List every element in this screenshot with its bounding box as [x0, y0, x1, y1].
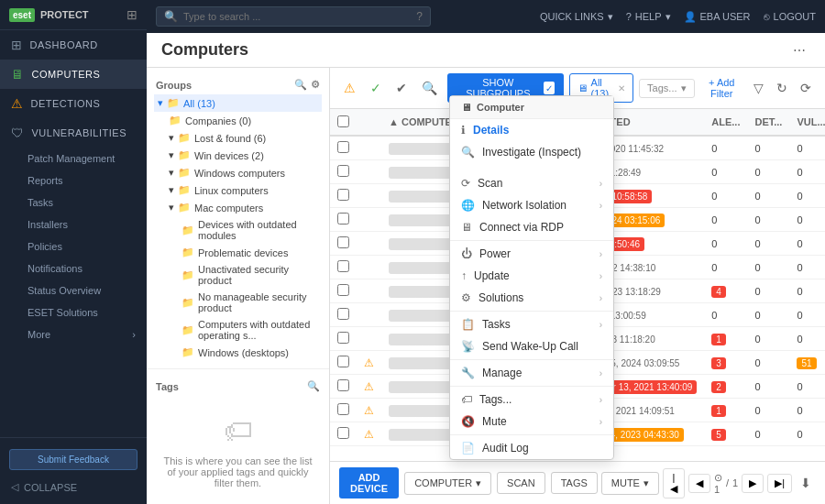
logout-btn[interactable]: ⎋ LOGOUT: [764, 11, 816, 22]
context-menu-item[interactable]: 🏷Tags...›: [450, 389, 613, 411]
check-filter-btn[interactable]: ✓: [366, 79, 386, 97]
groups-label: Groups: [156, 80, 192, 91]
last-page-btn[interactable]: ▶|: [767, 474, 792, 493]
tree-item-windows-computers[interactable]: ▾ 📁 Windows computers: [154, 164, 322, 181]
next-page-btn[interactable]: ▶: [742, 474, 764, 493]
tree-item-windows-desktops[interactable]: 📁 Windows (desktops): [154, 344, 322, 361]
tree-item-companies[interactable]: 📁 Companies (0): [154, 112, 322, 129]
context-menu-item[interactable]: 🔇Mute›: [450, 411, 613, 433]
tags-bottom-btn[interactable]: TAGS: [551, 472, 598, 494]
tags-dropdown[interactable]: Tags... ▾: [639, 79, 694, 98]
computers-icon: 🖥: [11, 67, 25, 82]
row-checkbox[interactable]: [337, 141, 349, 153]
row-checkbox[interactable]: [337, 236, 349, 248]
help-btn[interactable]: ? HELP ▾: [626, 11, 671, 23]
sidebar-item-policies[interactable]: Policies: [0, 236, 147, 257]
sidebar-item-notifications[interactable]: Notifications: [0, 257, 147, 279]
tags-search-icon[interactable]: 🔍: [307, 380, 320, 392]
more-options-button[interactable]: ⋯: [788, 41, 810, 60]
alerts-cell: 1: [704, 327, 747, 351]
reset-btn[interactable]: ⟳: [796, 79, 816, 97]
row-checkbox[interactable]: [337, 332, 349, 344]
sidebar-item-status-overview[interactable]: Status Overview: [0, 279, 147, 301]
tree-item-all[interactable]: ▾ 📁 All (13): [154, 94, 322, 112]
context-menu-item[interactable]: 📄Audit Log: [450, 437, 613, 459]
col-alerts[interactable]: ALE...: [704, 109, 747, 136]
filter-btn[interactable]: ▽: [749, 79, 768, 97]
search-box[interactable]: 🔍 ?: [156, 6, 431, 27]
sidebar-item-detections[interactable]: ⚠ DETECTIONS: [0, 89, 147, 118]
prev-page-btn[interactable]: ◀: [688, 474, 710, 493]
context-menu-item[interactable]: 📋Tasks›: [450, 313, 613, 335]
sidebar-item-tasks[interactable]: Tasks: [0, 192, 147, 214]
sidebar-item-more[interactable]: More ›: [0, 323, 147, 345]
groups-search-icon[interactable]: 🔍: [294, 79, 307, 91]
context-menu-item[interactable]: ⏻Power›: [450, 243, 613, 265]
tree-item-outdated-modules[interactable]: 📁 Devices with outdated modules: [154, 216, 322, 244]
tree-item-linux-computers[interactable]: ▾ 📁 Linux computers: [154, 181, 322, 199]
sidebar-item-vulnerabilities[interactable]: 🛡 VULNERABILITIES: [0, 118, 147, 148]
col-detections[interactable]: DET...: [747, 109, 789, 136]
context-menu-item[interactable]: ↑Update›: [450, 265, 613, 287]
submit-feedback-button[interactable]: Submit Feedback: [9, 449, 138, 470]
row-checkbox[interactable]: [337, 213, 349, 225]
context-menu-item[interactable]: 🔍Investigate (Inspect): [450, 141, 613, 163]
context-menu-item[interactable]: 🌐Network Isolation›: [450, 194, 613, 216]
row-checkbox[interactable]: [337, 379, 349, 391]
collapse-button[interactable]: ◁ COLLAPSE: [0, 476, 147, 499]
sidebar-item-eset-solutions[interactable]: ESET Solutions: [0, 301, 147, 323]
tree-item-win-devices[interactable]: ▾ 📁 Win devices (2): [154, 147, 322, 164]
tree-item-outdated-os[interactable]: 📁 Computers with outdated operating s...: [154, 316, 322, 344]
tree-item-mac-computers[interactable]: ▾ 📁 Mac computers: [154, 199, 322, 216]
sidebar-item-installers[interactable]: Installers: [0, 214, 147, 236]
grid-icon[interactable]: ⊞: [126, 7, 138, 22]
mute-btn[interactable]: MUTE ▾: [601, 472, 659, 495]
context-item-label: Power: [479, 247, 511, 260]
sidebar-item-computers[interactable]: 🖥 COMPUTERS: [0, 60, 147, 89]
row-checkbox[interactable]: [337, 427, 349, 439]
first-page-btn[interactable]: |◀: [663, 468, 685, 499]
context-menu-item[interactable]: ⟳Scan›: [450, 172, 613, 194]
add-filter-button[interactable]: + Add Filter: [700, 77, 744, 99]
tree-item-problematic[interactable]: 📁 Problematic devices: [154, 244, 322, 261]
row-checkbox[interactable]: [337, 403, 349, 415]
refresh-btn[interactable]: ↻: [772, 79, 792, 97]
computer-button[interactable]: COMPUTER ▾: [404, 472, 491, 495]
search-input[interactable]: [183, 11, 411, 22]
col-checkbox[interactable]: [330, 109, 357, 136]
row-checkbox[interactable]: [337, 356, 349, 367]
tree-item-label: Win devices (2): [194, 150, 264, 161]
context-menu-item[interactable]: [450, 163, 613, 172]
folder-icon: 📁: [182, 225, 194, 236]
sidebar-item-patch-management[interactable]: Patch Management: [0, 148, 147, 170]
row-checkbox[interactable]: [337, 260, 349, 272]
tree-item-unactivated[interactable]: 📁 Unactivated security product: [154, 261, 322, 289]
groups-settings-icon[interactable]: ⚙: [311, 79, 320, 91]
sidebar-item-dashboard[interactable]: ⊞ DASHBOARD: [0, 30, 147, 60]
warning-filter-btn[interactable]: ⚠: [339, 79, 360, 97]
tree-item-no-manageable[interactable]: 📁 No manageable security product: [154, 289, 322, 316]
search-filter-btn[interactable]: 🔍: [417, 79, 442, 97]
download-btn[interactable]: ⬇: [796, 474, 816, 492]
quick-links-btn[interactable]: QUICK LINKS ▾: [540, 11, 613, 23]
scan-button[interactable]: SCAN: [497, 472, 545, 494]
header-actions: ⋯: [788, 41, 810, 60]
user-btn[interactable]: 👤 EBA USER: [684, 11, 751, 23]
tree-item-lost-found[interactable]: ▾ 📁 Lost & found (6): [154, 129, 322, 147]
add-device-button[interactable]: ADD DEVICE: [339, 467, 399, 499]
select-all-checkbox[interactable]: [337, 115, 349, 127]
close-all-icon[interactable]: ✕: [618, 83, 625, 93]
context-menu-item[interactable]: 🖥Connect via RDP: [450, 216, 613, 238]
context-menu-item[interactable]: 📡Send Wake-Up Call: [450, 335, 613, 357]
context-menu-item[interactable]: ⚙Solutions›: [450, 287, 613, 309]
vulnerabilities-cell: 51: [789, 351, 825, 375]
context-menu-item[interactable]: 🔧Manage›: [450, 362, 613, 384]
row-checkbox[interactable]: [337, 284, 349, 296]
sidebar-item-reports[interactable]: Reports: [0, 170, 147, 192]
row-checkbox[interactable]: [337, 189, 349, 201]
row-checkbox[interactable]: [337, 165, 349, 177]
col-vulnerabilities[interactable]: VUL...: [789, 109, 825, 136]
row-checkbox[interactable]: [337, 308, 349, 320]
tick-filter-btn[interactable]: ✔: [391, 79, 412, 97]
context-menu-item[interactable]: ℹDetails: [450, 119, 613, 141]
